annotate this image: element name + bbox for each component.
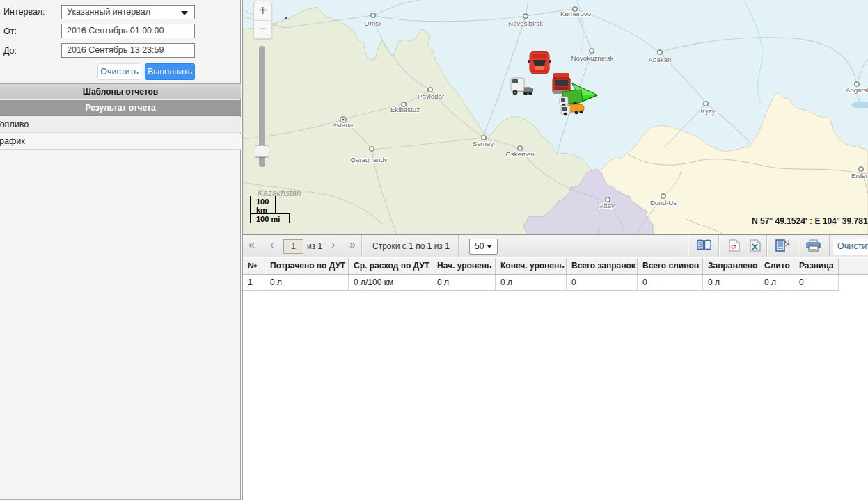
svg-text:Kemerovo: Kemerovo [560, 10, 591, 17]
svg-text:Qaraghandy: Qaraghandy [350, 156, 387, 163]
svg-text:Omsk: Omsk [364, 19, 381, 27]
svg-text:Abakan: Abakan [649, 56, 672, 63]
svg-text:Semey: Semey [473, 140, 494, 147]
svg-text:Pavlodar: Pavlodar [418, 92, 445, 100]
svg-text:Kyzyl: Kyzyl [700, 107, 716, 115]
svg-text:Erdene: Erdene [851, 172, 868, 179]
svg-text:Altay: Altay [599, 202, 615, 209]
svg-text:Astana: Astana [332, 121, 354, 129]
svg-text:Ekibastuz: Ekibastuz [390, 106, 420, 113]
svg-text:Dund-Us: Dund-Us [650, 199, 677, 207]
svg-text:Novokuznetsk: Novokuznetsk [571, 54, 614, 62]
svg-text:Angarsk: Angarsk [846, 86, 868, 94]
svg-text:Oskemen: Oskemen [505, 150, 534, 158]
svg-text:Novosibirsk: Novosibirsk [508, 19, 543, 27]
